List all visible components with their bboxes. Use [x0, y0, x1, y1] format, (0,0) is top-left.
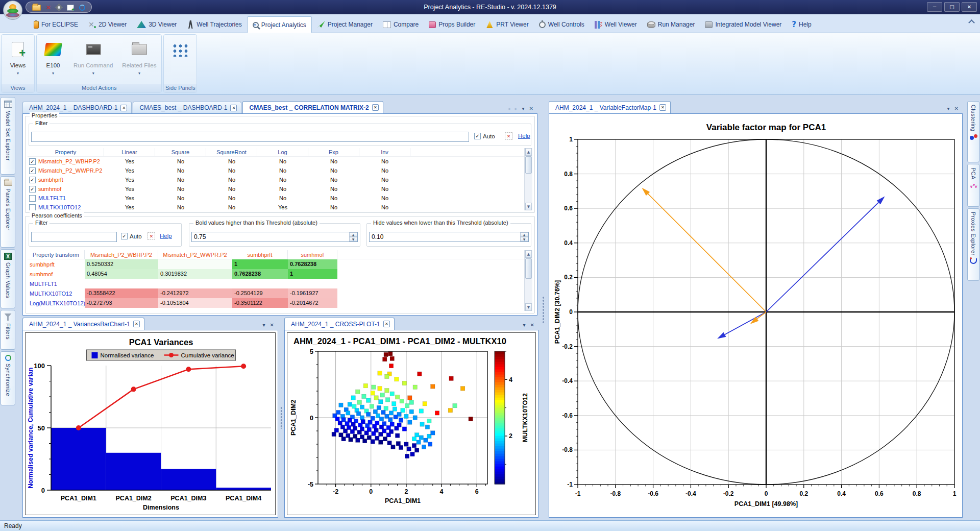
scrollbar-thumb[interactable] [525, 258, 532, 279]
sidebar-tab-synchronize[interactable]: Synchronize [1, 351, 15, 405]
sidebar-tab-graph-values[interactable]: Graph Values [1, 249, 15, 308]
spin-down-icon[interactable]: ▼ [520, 237, 528, 242]
column-header[interactable]: Mismatch_P2_WWPR.P2 [158, 250, 232, 259]
property-row[interactable]: MULTKX10TO12YesNoNoYesNoNo [28, 203, 532, 210]
panel-tab[interactable]: CMAES_best _ CORRELATION MATRIX-2✕ [242, 101, 383, 113]
clear-filter-icon[interactable]: ✕ [505, 132, 512, 140]
column-header[interactable]: Property transform [28, 250, 85, 259]
sidebar-tab-pca[interactable]: PCA [967, 164, 979, 207]
column-header[interactable]: Mismatch_P2_WBHP.P2 [85, 250, 158, 259]
checkbox-unchecked-icon[interactable] [29, 195, 36, 202]
column-header[interactable]: Exp [308, 148, 359, 156]
panel-close-icon[interactable]: ✕ [954, 106, 959, 111]
checkbox-checked-icon[interactable]: ✓ [29, 167, 36, 174]
tab-menu-icon[interactable]: ▾ [263, 322, 265, 328]
panel-tab[interactable]: AHM_2024_1 _ DASHBOARD-1✕ [22, 102, 132, 113]
dropdown-arrow-icon[interactable]: ▾ [92, 71, 94, 76]
clear-filter-icon[interactable]: ✕ [148, 232, 155, 240]
tab-close-icon[interactable]: ✕ [383, 321, 390, 327]
checkbox-unchecked-icon[interactable] [29, 204, 36, 211]
panel-tab[interactable]: AHM_2024_1 _ VariableFactorMap-1✕ [549, 101, 671, 113]
e100-button[interactable]: E100▾ [40, 37, 66, 82]
dropdown-arrow-icon[interactable]: ▾ [52, 71, 54, 76]
property-row[interactable]: ✓sumhmofYesNoNoNoNoNo [28, 184, 532, 194]
ribbon-tab-3d-viewer[interactable]: 3D Viewer [132, 16, 182, 33]
panel-close-icon[interactable]: ✕ [270, 322, 274, 328]
panel-close-icon[interactable]: ✕ [529, 106, 533, 111]
ribbon-tab-props-builder[interactable]: Props Builder [424, 16, 480, 33]
pearson-row[interactable]: MULTFLT1 [28, 279, 532, 288]
vertical-splitter[interactable] [540, 101, 547, 518]
ribbon-tab-help[interactable]: ?Help [787, 16, 816, 33]
ribbon-tab-2d-viewer[interactable]: 2D Viewer [83, 16, 132, 33]
tab-close-icon[interactable]: ✕ [372, 104, 379, 111]
sidebar-tab-model-set-explorer[interactable]: Model Set Explorer [1, 97, 15, 175]
column-header[interactable]: sumbhprft [232, 250, 288, 259]
collapse-ribbon-icon[interactable] [968, 19, 975, 26]
scroll-tabs-right-icon[interactable]: ▸ [515, 106, 518, 111]
spin-down-icon[interactable]: ▼ [349, 237, 357, 242]
sidebar-tab-filters[interactable]: Filters [1, 310, 15, 350]
help-link[interactable]: Help [160, 233, 172, 239]
scroll-up-icon[interactable]: ▲ [525, 148, 532, 156]
panel-tab[interactable]: CMAES_best _ DASHBOARD-1✕ [133, 102, 241, 113]
sidebar-tab-proxies-explorer[interactable]: Proxies Explorer [967, 208, 979, 281]
dropdown-arrow-icon[interactable]: ▾ [17, 71, 19, 76]
scroll-down-icon[interactable]: ▼ [525, 203, 532, 210]
pearson-row[interactable]: sumhmof0.480540.30198320.76282381 [28, 269, 532, 279]
scrollbar-thumb[interactable] [525, 156, 532, 174]
scroll-down-icon[interactable]: ▼ [525, 303, 532, 311]
ribbon-tab-project-analytics[interactable]: Project Analytics [247, 16, 312, 33]
close-button[interactable]: ✕ [962, 2, 977, 12]
spin-up-icon[interactable]: ▲ [520, 232, 528, 237]
pearson-filter-input[interactable] [31, 232, 117, 242]
app-logo-icon[interactable] [3, 1, 22, 20]
panel-close-icon[interactable]: ✕ [530, 322, 534, 328]
dropdown-arrow-icon[interactable]: ▾ [138, 71, 140, 76]
property-row[interactable]: ✓sumbhprftYesNoNoNoNoNo [28, 175, 532, 184]
scroll-tabs-left-icon[interactable]: ◂ [508, 106, 510, 111]
ribbon-tab-for-eclipse[interactable]: For ECLIPSE [29, 16, 83, 33]
tab-close-icon[interactable]: ✕ [659, 104, 666, 111]
ribbon-tab-well-viewer[interactable]: Well Viewer [590, 16, 642, 33]
maximize-button[interactable]: □ [944, 2, 960, 12]
minimize-button[interactable]: ─ [927, 2, 942, 12]
property-row[interactable]: ✓Mismatch_P2_WBHP.P2YesNoNoNoNoNo [28, 157, 532, 166]
tab-menu-icon[interactable]: ▾ [947, 106, 950, 111]
ribbon-tab-well-controls[interactable]: Well Controls [534, 16, 590, 33]
help-link[interactable]: Help [518, 133, 530, 139]
ribbon-tab-prt-viewer[interactable]: PRT Viewer [480, 16, 533, 33]
column-header[interactable]: Log [257, 148, 308, 156]
bold-threshold-input[interactable] [191, 232, 358, 242]
tab-menu-icon[interactable]: ▾ [522, 106, 525, 111]
checkbox-checked-icon[interactable]: ✓ [29, 158, 36, 165]
checkbox-checked-icon[interactable]: ✓ [29, 186, 36, 192]
panel-tab[interactable]: AHM_2024_1 _ CROSS-PLOT-1✕ [284, 318, 395, 330]
properties-filter-input[interactable] [31, 132, 469, 142]
pearson-row[interactable]: MULTKX10TO12-0.3558422-0.2412972-0.25041… [28, 288, 532, 298]
column-header[interactable]: Linear [104, 148, 155, 156]
pearson-row[interactable]: Log(MULTKX10TO12)-0.272793-0.1051804-0.3… [28, 298, 532, 308]
ribbon-tab-well-trajectories[interactable]: Well Trajectories [182, 16, 247, 33]
vertical-scrollbar[interactable]: ▲▼ [524, 148, 532, 210]
ribbon-tab-run-manager[interactable]: Run Manager [642, 16, 700, 33]
column-header[interactable]: sumhmof [288, 250, 337, 259]
ribbon-tab-compare[interactable]: Compare [378, 16, 424, 33]
vertical-scrollbar[interactable]: ▲▼ [524, 250, 532, 311]
side-panels-button[interactable] [167, 37, 193, 82]
pearson-row[interactable]: sumbhprft0.525033210.7628238 [28, 259, 532, 269]
ribbon-tab-integrated-model-viewer[interactable]: Integrated Model Viewer [700, 16, 787, 33]
tab-close-icon[interactable]: ✕ [133, 321, 140, 327]
views-button[interactable]: Views▾ [5, 37, 31, 82]
column-header[interactable]: SquareRoot [206, 148, 257, 156]
ribbon-tab-project-manager[interactable]: Project Manager [312, 16, 378, 33]
tab-menu-icon[interactable]: ▾ [523, 322, 526, 328]
pearson-auto-checkbox[interactable]: ✓ Auto [121, 233, 142, 239]
spin-up-icon[interactable]: ▲ [349, 232, 357, 237]
tab-close-icon[interactable]: ✕ [230, 105, 237, 111]
sidebar-tab-panels-explorer[interactable]: Panels Explorer [1, 176, 15, 248]
checkbox-checked-icon[interactable]: ✓ [29, 177, 36, 183]
properties-auto-checkbox[interactable]: ✓ Auto [474, 133, 495, 139]
property-row[interactable]: ✓Mismatch_P2_WWPR.P2YesNoNoNoNoNo [28, 166, 532, 175]
hide-threshold-input[interactable] [369, 232, 529, 242]
